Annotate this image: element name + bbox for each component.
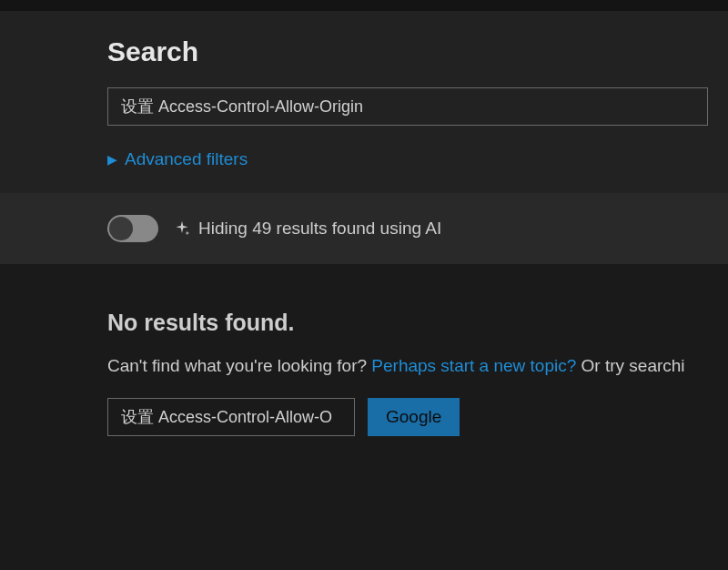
help-prefix: Can't find what you're looking for? <box>107 356 371 375</box>
toggle-knob <box>109 217 133 240</box>
advanced-filters-label: Advanced filters <box>125 149 248 169</box>
search-input[interactable] <box>107 87 708 126</box>
search-title: Search <box>107 36 728 67</box>
search-section: Search ▶ Advanced filters <box>0 11 728 193</box>
help-suffix: Or try searchi <box>576 356 684 375</box>
results-section: No results found. Can't find what you're… <box>0 264 728 436</box>
ai-filter-text: Hiding 49 results found using AI <box>198 219 441 239</box>
new-topic-link[interactable]: Perhaps start a new topic? <box>371 356 576 375</box>
ai-filter-text-wrap: Hiding 49 results found using AI <box>173 219 441 239</box>
no-results-heading: No results found. <box>107 310 728 336</box>
google-search-button[interactable]: Google <box>368 398 460 436</box>
external-search-row: Google <box>107 398 728 436</box>
ai-filter-toggle[interactable] <box>107 215 158 242</box>
external-search-input[interactable] <box>107 398 355 436</box>
sparkle-icon <box>173 219 191 238</box>
triangle-right-icon: ▶ <box>107 152 117 167</box>
ai-filter-section: Hiding 49 results found using AI <box>0 193 728 264</box>
help-text: Can't find what you're looking for? Perh… <box>107 356 728 376</box>
top-strip <box>0 0 728 11</box>
advanced-filters-toggle[interactable]: ▶ Advanced filters <box>107 149 248 169</box>
